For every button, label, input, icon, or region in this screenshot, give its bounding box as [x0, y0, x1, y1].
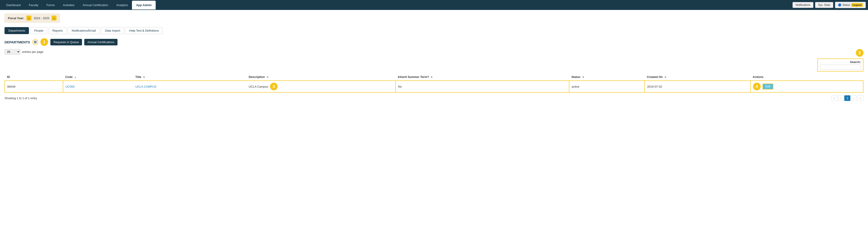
status-button[interactable]: 🔵 Status Legend — [835, 2, 866, 8]
list-icon — [34, 40, 37, 43]
fiscal-year-prev-button[interactable]: ‹ — [26, 16, 31, 21]
nav-analytics[interactable]: Analytics — [112, 1, 132, 9]
cell-status: active — [569, 81, 645, 92]
pagination-first[interactable]: « — [831, 95, 837, 101]
search-input[interactable] — [820, 65, 861, 70]
tab-departments[interactable]: Departments — [4, 27, 29, 34]
status-indicator: 🔵 — [838, 3, 841, 6]
legend-badge: Legend — [851, 3, 863, 7]
annotation-1: 1 — [40, 38, 48, 46]
cell-actions: 4 Edit — [750, 81, 863, 92]
cell-code: UC000 — [63, 81, 133, 92]
edit-button[interactable]: Edit — [763, 84, 774, 89]
nav-app-admin[interactable]: App Admin — [132, 1, 156, 9]
cell-annotation-3: UCLA Campus 3 — [246, 81, 396, 92]
top-navigation: Dashboard Faculty Forms Activities Annua… — [0, 0, 868, 10]
annotation-4: 4 — [753, 83, 761, 90]
departments-table: ID Code ▲ Title ⇅ Description ⇅ Inherit … — [4, 73, 864, 93]
fiscal-year-next-button[interactable]: › — [52, 16, 57, 21]
fiscal-year-value: 2024 - 2025 — [34, 17, 49, 20]
pagination-next[interactable]: › — [851, 95, 857, 101]
svg-rect-1 — [34, 42, 37, 42]
tab-data-import[interactable]: Data Import — [101, 27, 124, 34]
created-sort-icon: ⇅ — [664, 76, 666, 79]
cell-inherit-summer: No — [396, 81, 569, 92]
search-label: Search: — [850, 60, 861, 64]
tab-people[interactable]: People — [30, 27, 47, 34]
entries-control: 25 50 100 entries per page — [4, 49, 43, 55]
inherit-sort-icon: ⇅ — [431, 76, 432, 79]
nav-activities[interactable]: Activities — [59, 1, 79, 9]
section-title: DEPARTMENTS — [4, 40, 30, 44]
svg-rect-2 — [34, 43, 37, 43]
table-row: 86049 UC000 UCLA CAMPUS UCLA Campus 3 No — [5, 81, 863, 92]
nav-annual-certification[interactable]: Annual Certification — [79, 1, 112, 9]
requests-in-queue-button[interactable]: Requests In Queue — [51, 39, 82, 46]
showing-text: Showing 1 to 1 of 1 entry — [4, 96, 37, 100]
cell-id: 86049 — [5, 81, 63, 92]
pagination: « ‹ 1 › » — [831, 95, 864, 101]
code-sort-icon: ▲ — [74, 76, 76, 79]
col-description[interactable]: Description ⇅ — [246, 73, 396, 81]
nav-faculty[interactable]: Faculty — [25, 1, 42, 9]
annotation-2: 2 — [856, 49, 864, 57]
cell-created-on: 2019-07-02 — [645, 81, 750, 92]
col-status[interactable]: Status ⇅ — [569, 73, 645, 81]
title-sort-icon: ⇅ — [143, 76, 145, 79]
pagination-last[interactable]: » — [857, 95, 864, 101]
tab-help-text-definitions[interactable]: Help Text & Definitions — [125, 27, 163, 34]
status-label: Status — [842, 3, 850, 6]
annotation-3: 3 — [270, 83, 278, 90]
col-inherit-summer[interactable]: Inherit Summer Term? ⇅ — [396, 73, 569, 81]
col-id: ID — [5, 73, 63, 81]
nav-right-controls: Notifications Sys. Stats 🔵 Status Legend — [793, 2, 866, 8]
search-area: Search: — [817, 59, 864, 71]
col-actions: Actions — [750, 73, 863, 81]
tab-notifications-email[interactable]: Notifications/Email — [68, 27, 100, 34]
right-section: 2 Search: — [817, 49, 864, 71]
col-title[interactable]: Title ⇅ — [133, 73, 246, 81]
col-created-on[interactable]: Created On ⇅ — [645, 73, 750, 81]
col-code[interactable]: Code ▲ — [63, 73, 133, 81]
fiscal-year-bar: Fiscal Year: ‹ 2024 - 2025 › — [4, 13, 60, 23]
tab-reports[interactable]: Reports — [49, 27, 67, 34]
desc-sort-icon: ⇅ — [267, 76, 269, 79]
entries-per-page-label: entries per page — [22, 50, 43, 54]
description-text: UCLA Campus — [249, 85, 268, 88]
svg-rect-0 — [34, 41, 37, 41]
nav-dashboard[interactable]: Dashboard — [2, 1, 25, 9]
status-sort-icon: ⇅ — [582, 76, 584, 79]
pagination-page-1[interactable]: 1 — [844, 95, 850, 101]
entries-per-page-select[interactable]: 25 50 100 — [4, 49, 20, 55]
fiscal-year-label: Fiscal Year: — [8, 17, 24, 20]
section-header: DEPARTMENTS 1 Requests In Queue Annual C… — [4, 38, 864, 46]
notifications-button[interactable]: Notifications — [793, 2, 813, 8]
annual-certifications-button[interactable]: Annual Certifications — [84, 39, 118, 46]
title-link[interactable]: UCLA CAMPUS — [135, 85, 156, 88]
cell-title: UCLA CAMPUS — [133, 81, 246, 92]
code-link[interactable]: UC000 — [65, 85, 74, 88]
section-icon-button[interactable] — [32, 39, 38, 45]
main-content: Fiscal Year: ‹ 2024 - 2025 › Departments… — [0, 10, 868, 241]
nav-forms[interactable]: Forms — [42, 1, 59, 9]
sys-stats-button[interactable]: Sys. Stats — [815, 2, 833, 8]
admin-tabs: Departments People Reports Notifications… — [4, 27, 864, 34]
pagination-area: Showing 1 to 1 of 1 entry « ‹ 1 › » — [4, 95, 864, 101]
pagination-prev[interactable]: ‹ — [838, 95, 844, 101]
